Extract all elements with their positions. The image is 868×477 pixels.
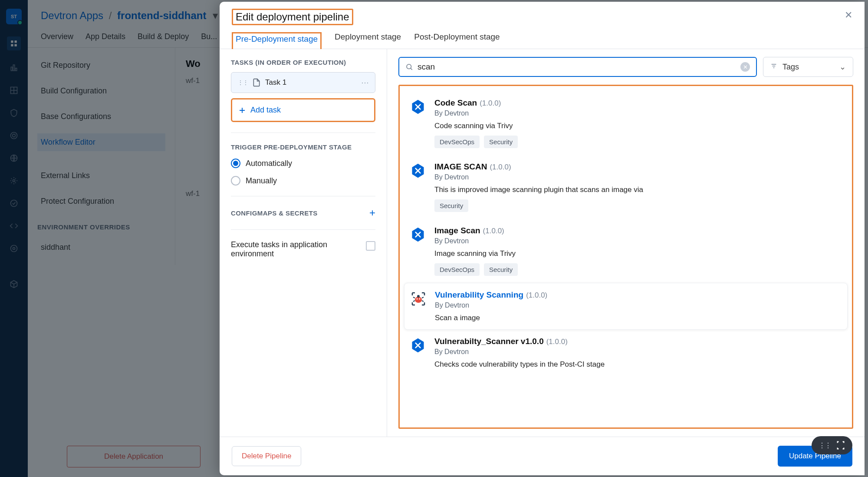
- chevron-down-icon: ⌄: [839, 62, 846, 72]
- tasks-heading: TASKS (IN ORDER OF EXECUTION): [231, 59, 375, 66]
- clear-search-icon[interactable]: ✕: [740, 62, 750, 72]
- plugin-tag: Security: [484, 263, 518, 276]
- plugin-version: (1.0.0): [490, 163, 511, 171]
- plugin-description: Code scanning via Trivy: [434, 122, 842, 130]
- plugin-icon: [409, 162, 427, 179]
- plugin-description: Image scanning via Trivy: [434, 249, 842, 258]
- execute-env-option[interactable]: Execute tasks in application environment: [231, 240, 375, 258]
- plugin-name: Vulnerabilty_Scanner v1.0.0: [434, 337, 544, 346]
- plugin-name: Code Scan: [434, 98, 477, 107]
- plugin-item[interactable]: IMAGE SCAN(1.0.0) By Devtron This is imp…: [404, 155, 848, 219]
- plugin-tag: DevSecOps: [434, 263, 480, 276]
- trigger-heading: TRIGGER PRE-DEPLOYMENT STAGE: [231, 143, 375, 151]
- close-icon[interactable]: ✕: [845, 10, 852, 21]
- tags-filter-dropdown[interactable]: Tags ⌄: [763, 57, 853, 77]
- plugin-name: Vulnerability Scanning: [435, 290, 523, 299]
- svg-point-25: [417, 295, 420, 298]
- plugin-description: Checks code vulnerability types in the P…: [434, 360, 842, 369]
- plugin-name: IMAGE SCAN: [434, 162, 487, 171]
- plugin-tag: Security: [434, 199, 468, 212]
- svg-point-24: [415, 297, 422, 303]
- plugin-version: (1.0.0): [526, 291, 547, 299]
- plugin-icon: [409, 226, 427, 243]
- plugin-results-list: Code Scan(1.0.0) By Devtron Code scannin…: [398, 85, 853, 429]
- plugin-icon: [409, 337, 427, 354]
- plugin-version: (1.0.0): [480, 99, 501, 107]
- drag-handle-icon[interactable]: ⋮⋮: [237, 79, 248, 86]
- plugin-author: By Devtron: [434, 109, 842, 117]
- plugins-panel: ✕ Tags ⌄ Code Scan(1.0.0) By Devtron Cod…: [387, 49, 865, 437]
- modal-footer: Delete Pipeline Update Pipeline: [220, 437, 865, 475]
- plugin-author: By Devtron: [435, 301, 842, 309]
- radio-manually[interactable]: Manually: [231, 176, 375, 186]
- checkbox-icon[interactable]: [366, 241, 375, 251]
- plugin-item[interactable]: Image Scan(1.0.0) By Devtron Image scann…: [404, 219, 848, 283]
- svg-point-19: [407, 64, 411, 69]
- plugin-item[interactable]: Code Scan(1.0.0) By Devtron Code scannin…: [404, 91, 848, 155]
- plugin-author: By Devtron: [434, 237, 842, 245]
- config-heading: CONFIGMAPS & SECRETS: [231, 209, 318, 217]
- task-label: Task 1: [265, 78, 286, 87]
- plugin-description: Scan a image: [435, 314, 842, 322]
- add-config-button[interactable]: +: [369, 207, 375, 219]
- plugin-description: This is improved image scanning plugin t…: [434, 186, 842, 194]
- plugin-version: (1.0.0): [546, 338, 568, 346]
- plugin-icon: [409, 98, 427, 116]
- document-icon: [252, 78, 261, 87]
- filter-icon: [770, 63, 777, 72]
- search-icon: [405, 63, 413, 71]
- search-input[interactable]: [418, 62, 736, 72]
- more-icon[interactable]: ⋯: [361, 78, 369, 87]
- plugin-author: By Devtron: [434, 348, 842, 356]
- plus-icon: [238, 106, 246, 114]
- svg-line-20: [411, 68, 412, 70]
- tab-pre-deployment[interactable]: Pre-Deployment stage: [232, 32, 322, 49]
- plugin-name: Image Scan: [434, 226, 480, 235]
- search-container: ✕: [398, 57, 757, 77]
- expand-icon[interactable]: [836, 441, 845, 450]
- plugin-tag: Security: [484, 136, 518, 148]
- modal-title: Edit deployment pipeline: [232, 9, 353, 25]
- stage-tabs: Pre-Deployment stage Deployment stage Po…: [220, 25, 865, 49]
- edit-pipeline-modal: Edit deployment pipeline ✕ Pre-Deploymen…: [220, 2, 865, 475]
- svg-point-26: [417, 298, 418, 300]
- radio-automatically[interactable]: Automatically: [231, 159, 375, 168]
- plugin-icon: [410, 290, 427, 308]
- plugin-item[interactable]: Vulnerability Scanning(1.0.0) By Devtron…: [404, 283, 848, 330]
- radio-icon: [231, 176, 240, 186]
- tasks-panel: TASKS (IN ORDER OF EXECUTION) ⋮⋮ Task 1 …: [220, 49, 387, 437]
- radio-icon: [231, 159, 240, 168]
- add-task-button[interactable]: Add task: [231, 98, 375, 122]
- drag-handle-icon[interactable]: ⋮⋮: [819, 441, 831, 450]
- tab-post-deployment[interactable]: Post-Deployment stage: [414, 32, 500, 49]
- plugin-tag: DevSecOps: [434, 136, 480, 148]
- tab-deployment[interactable]: Deployment stage: [335, 32, 401, 49]
- delete-pipeline-button[interactable]: Delete Pipeline: [232, 446, 301, 466]
- plugin-item[interactable]: Vulnerabilty_Scanner v1.0.0(1.0.0) By De…: [404, 330, 848, 376]
- plugin-author: By Devtron: [434, 173, 842, 181]
- svg-point-27: [419, 298, 421, 300]
- plugin-version: (1.0.0): [483, 227, 504, 235]
- floating-toolbar[interactable]: ⋮⋮: [812, 436, 852, 454]
- task-row[interactable]: ⋮⋮ Task 1 ⋯: [231, 72, 375, 93]
